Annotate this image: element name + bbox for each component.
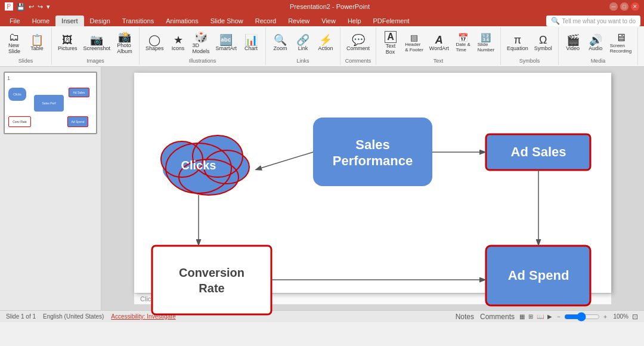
arrow-sales-to-clicks: [256, 152, 313, 169]
photo-album-button[interactable]: 📸 PhotoAlbum: [114, 30, 135, 55]
screen-recording-button[interactable]: 🖥 ScreenRecording: [608, 31, 634, 55]
zoom-slider[interactable]: [564, 312, 600, 322]
tab-design[interactable]: Design: [84, 16, 116, 26]
symbol-button[interactable]: Ω Symbol: [532, 33, 555, 52]
ribbon-comments-buttons: 💬 Comment: [344, 29, 372, 57]
chart-button[interactable]: 📊 Chart: [240, 33, 262, 52]
table-button[interactable]: 📋 Table: [26, 33, 48, 52]
tab-record[interactable]: Record: [249, 16, 282, 26]
zoom-label: Zoom: [274, 45, 287, 51]
ad-sales-text: Ad Sales: [511, 144, 566, 159]
view-normal-icon[interactable]: ▦: [519, 313, 525, 320]
tab-review[interactable]: Review: [282, 16, 315, 26]
ribbon-group-buttons: 🗂 NewSlide 📋 Table: [4, 29, 48, 57]
slide-thumbnail-1[interactable]: 1 Clicks Sales Perf Ad Sales Conv Rate A…: [4, 72, 97, 134]
textbox-button[interactable]: A TextBox: [380, 30, 401, 56]
new-slide-label: NewSlide: [8, 42, 20, 54]
table-label: Table: [30, 45, 44, 51]
notes-bar[interactable]: Click to add notes: [134, 293, 611, 304]
mini-sales-label: Sales Perf: [42, 101, 55, 105]
svg-point-9: [179, 159, 239, 195]
comment-button[interactable]: 💬 Comment: [344, 33, 372, 52]
ribbon-illustrations-buttons: ◯ Shapes ★ Icons 🎲 3DModels 🔤 SmartArt 📊…: [143, 29, 262, 57]
mini-conv-label: Conv Rate: [13, 120, 27, 123]
3d-models-label: 3DModels: [193, 42, 210, 54]
link-icon: 🔗: [296, 35, 309, 45]
tab-animations[interactable]: Animations: [160, 16, 204, 26]
svg-point-4: [204, 150, 249, 184]
pictures-button[interactable]: 🖼 Pictures: [55, 33, 80, 52]
links-group-label: Links: [297, 57, 309, 64]
view-reading-icon[interactable]: 📖: [537, 313, 544, 320]
close-button[interactable]: ✕: [631, 2, 639, 11]
maximize-button[interactable]: □: [620, 2, 628, 11]
zoom-in-button[interactable]: ＋: [602, 313, 608, 321]
slide-number-button[interactable]: 🔢 SlideNumber: [475, 32, 497, 54]
zoom-icon: 🔍: [274, 35, 287, 45]
link-button[interactable]: 🔗 Link: [292, 33, 314, 52]
svg-point-1: [193, 135, 243, 177]
action-icon: ⚡: [319, 35, 332, 45]
datetime-label: Date &Time: [456, 42, 470, 52]
fit-slide-button[interactable]: ⊡: [632, 313, 638, 321]
smartart-button[interactable]: 🔤 SmartArt: [213, 33, 240, 52]
minimize-button[interactable]: ─: [609, 2, 618, 11]
zoom-controls: － ＋ 100%: [556, 312, 628, 322]
video-icon: 🎬: [566, 35, 580, 45]
screenshot-icon: 📷: [90, 35, 103, 45]
header-footer-button[interactable]: ▤ Header& Footer: [402, 32, 426, 54]
notes-button[interactable]: Notes: [454, 313, 475, 321]
screenshot-label: Screenshot: [83, 45, 111, 51]
tab-help[interactable]: Help: [342, 16, 367, 26]
table-icon: 📋: [30, 35, 44, 45]
wordart-button[interactable]: A WordArt: [427, 33, 451, 52]
illustrations-group-label: Illustrations: [189, 57, 216, 64]
quick-save[interactable]: 💾: [17, 3, 25, 11]
tab-file[interactable]: File: [4, 16, 26, 26]
tab-slideshow[interactable]: Slide Show: [205, 16, 249, 26]
icons-button[interactable]: ★ Icons: [168, 33, 189, 52]
new-slide-button[interactable]: 🗂 NewSlide: [4, 30, 25, 55]
slide-number-label: 1: [7, 75, 94, 81]
zoom-out-button[interactable]: －: [556, 313, 562, 321]
action-button[interactable]: ⚡ Action: [315, 33, 336, 52]
language-label: English (United States): [43, 313, 104, 320]
audio-button[interactable]: 🔊 Audio: [585, 33, 606, 52]
slide-thumb-inner: Clicks Sales Perf Ad Sales Conv Rate Ad …: [7, 83, 91, 131]
tab-pdfelement[interactable]: PDFelement: [367, 16, 416, 26]
media-group-label: Media: [591, 57, 606, 64]
view-slideshow-icon[interactable]: ▶: [547, 313, 552, 320]
slide-panel: 1 Clicks Sales Perf Ad Sales Conv Rate A…: [0, 67, 101, 310]
slide-canvas[interactable]: Clicks Sales Performance Ad Sales Conver…: [134, 73, 611, 293]
video-label: Video: [566, 45, 580, 51]
tab-home[interactable]: Home: [26, 16, 55, 26]
zoom-level[interactable]: 100%: [611, 313, 628, 320]
tab-view[interactable]: View: [315, 16, 342, 26]
view-slide-sorter-icon[interactable]: ⊞: [528, 313, 533, 320]
sales-performance-text1: Sales: [355, 137, 390, 152]
equation-button[interactable]: π Equation: [504, 33, 531, 52]
ribbon-group-images: 🖼 Pictures 📷 Screenshot 📸 PhotoAlbum Ima…: [52, 27, 140, 65]
app-icon: 🅿: [5, 2, 13, 11]
tab-insert[interactable]: Insert: [55, 16, 84, 26]
status-bar: Slide 1 of 1 English (United States) Acc…: [0, 310, 644, 322]
ribbon-symbols-buttons: π Equation Ω Symbol: [504, 29, 555, 57]
title-bar: 🅿 💾 ↩ ↪ ▾ Presentation2 - PowerPoint ─ □…: [0, 0, 644, 13]
search-box[interactable]: 🔍 Tell me what you want to do: [546, 16, 640, 26]
screenshot-button[interactable]: 📷 Screenshot: [81, 33, 113, 52]
tab-transitions[interactable]: Transitions: [116, 16, 160, 26]
quick-redo[interactable]: ↪: [38, 3, 43, 11]
mini-ad-sales-shape: Ad Sales: [69, 88, 89, 97]
shapes-icon: ◯: [148, 35, 160, 45]
zoom-button[interactable]: 🔍 Zoom: [270, 33, 291, 52]
conversion-rate-text2: Rate: [199, 282, 224, 295]
accessibility-label[interactable]: Accessibility: Investigate: [111, 313, 175, 320]
datetime-button[interactable]: 📅 Date &Time: [453, 32, 474, 54]
video-button[interactable]: 🎬 Video: [562, 33, 584, 52]
comments-button[interactable]: Comments: [479, 313, 516, 321]
shapes-button[interactable]: ◯ Shapes: [143, 33, 166, 52]
sales-performance-shape: [313, 118, 432, 186]
slide-info: Slide 1 of 1: [6, 313, 36, 320]
3d-models-button[interactable]: 🎲 3DModels: [190, 30, 212, 55]
quick-undo[interactable]: ↩: [29, 3, 34, 11]
